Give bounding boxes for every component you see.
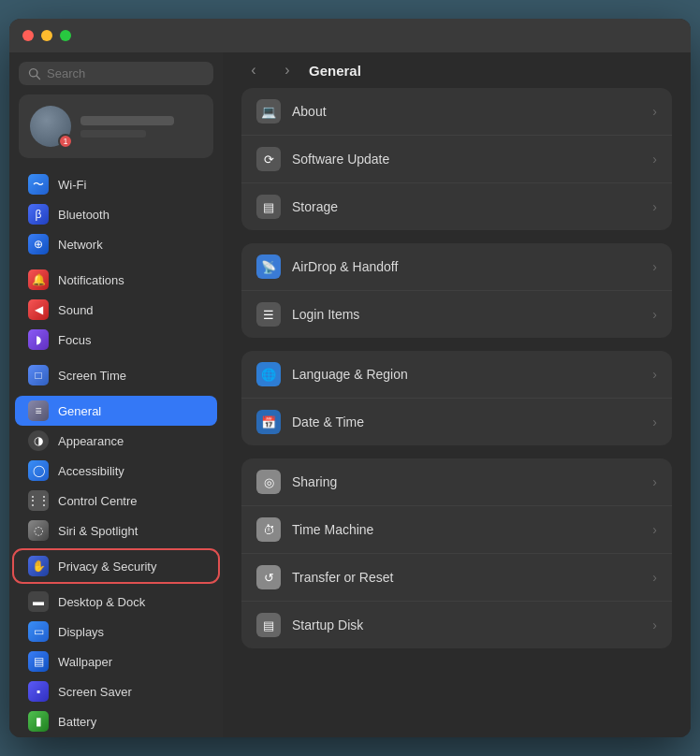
settings-group-group1: 💻About›⟳Software Update›▤Storage› [241,88,672,230]
settings-row-transfer[interactable]: ↺Transfer or Reset› [241,554,672,602]
privacysecurity-icon: ✋ [28,556,49,576]
controlcentre-icon: ⋮⋮ [28,490,49,511]
sidebar-label-controlcentre: Control Centre [58,494,138,508]
sidebar-label-notifications: Notifications [58,273,124,287]
settings-label-storage: Storage [292,199,641,214]
back-button[interactable]: ‹ [241,62,266,79]
chevron-icon-timemachine: › [652,522,657,537]
settings-row-about[interactable]: 💻About› [241,88,672,136]
settings-row-timemachine[interactable]: ⏱Time Machine› [241,506,672,554]
siri-icon: ◌ [28,520,49,541]
settings-row-startup[interactable]: ▤Startup Disk› [241,602,672,648]
window-content: 1 〜Wi-FiβBluetooth⊕Network🔔Notifications… [9,52,691,737]
chevron-icon-datetime: › [652,414,657,429]
wifi-icon: 〜 [28,174,49,195]
language-icon: 🌐 [256,362,281,386]
sidebar-label-network: Network [58,238,103,252]
settings-row-airdrop[interactable]: 📡AirDrop & Handoff› [241,243,672,291]
sidebar-label-bluetooth: Bluetooth [58,208,109,222]
minimize-button[interactable] [41,30,52,41]
screensaver-icon: ▪ [28,681,49,702]
forward-button[interactable]: › [275,62,299,79]
user-subtitle [80,130,146,138]
chevron-icon-airdrop: › [652,259,657,274]
displays-icon: ▭ [28,621,49,642]
network-icon: ⊕ [28,234,49,254]
user-card[interactable]: 1 [19,94,213,158]
datetime-icon: 📅 [256,410,281,434]
settings-label-softwareupdate: Software Update [292,152,641,167]
chevron-icon-about: › [652,104,657,119]
sidebar-item-screentime[interactable]: □Screen Time [15,360,217,390]
settings-label-startup: Startup Disk [292,618,641,632]
sidebar-item-notifications[interactable]: 🔔Notifications [15,265,217,295]
sidebar-item-screensaver[interactable]: ▪Screen Saver [15,676,217,706]
sidebar-item-bluetooth[interactable]: βBluetooth [15,199,217,229]
settings-window: 1 〜Wi-FiβBluetooth⊕Network🔔Notifications… [9,19,691,737]
screentime-icon: □ [28,365,49,385]
wallpaper-icon: ▤ [28,651,49,672]
title-bar [9,19,691,52]
sidebar-item-lockscreen[interactable]: ⊟Lock Screen [15,736,217,737]
sidebar-label-displays: Displays [58,625,104,639]
settings-row-softwareupdate[interactable]: ⟳Software Update› [241,136,672,183]
chevron-icon-startup: › [652,618,657,632]
sidebar-item-sound[interactable]: ◀Sound [15,295,217,325]
sidebar-label-general: General [58,404,101,418]
sidebar-items: 〜Wi-FiβBluetooth⊕Network🔔Notifications◀S… [9,169,223,737]
general-icon: ≡ [28,400,49,421]
settings-label-datetime: Date & Time [292,414,641,429]
close-button[interactable] [22,30,34,41]
sidebar-item-privacysecurity[interactable]: ✋Privacy & Security [15,551,217,581]
sidebar-label-accessibility: Accessibility [58,464,124,478]
sidebar-item-network[interactable]: ⊕Network [15,229,217,259]
maximize-button[interactable] [60,30,71,41]
bluetooth-icon: β [28,204,49,225]
sidebar-item-general[interactable]: ≡General [15,396,217,426]
settings-row-sharing[interactable]: ◎Sharing› [241,458,672,506]
sharing-icon: ◎ [256,470,281,494]
chevron-icon-language: › [652,367,657,382]
sidebar-label-appearance: Appearance [58,434,124,448]
settings-row-loginitems[interactable]: ☰Login Items› [241,291,672,338]
sidebar-label-screensaver: Screen Saver [58,685,132,699]
user-info [80,116,202,138]
sidebar-item-focus[interactable]: ◗Focus [15,325,217,355]
airdrop-icon: 📡 [256,254,281,279]
settings-label-loginitems: Login Items [292,307,641,322]
sidebar-item-accessibility[interactable]: ◯Accessibility [15,456,217,486]
settings-row-datetime[interactable]: 📅Date & Time› [241,399,672,445]
appearance-icon: ◑ [28,430,49,451]
notifications-icon: 🔔 [28,269,49,290]
settings-label-transfer: Transfer or Reset [292,570,641,585]
main-panel: ‹ › General 💻About›⟳Software Update›▤Sto… [223,52,691,737]
sidebar: 1 〜Wi-FiβBluetooth⊕Network🔔Notifications… [9,52,223,737]
avatar: 1 [30,106,71,147]
loginitems-icon: ☰ [256,302,281,327]
chevron-icon-storage: › [652,199,657,214]
settings-label-airdrop: AirDrop & Handoff [292,259,641,274]
sidebar-item-controlcentre[interactable]: ⋮⋮Control Centre [15,486,217,516]
sidebar-item-siri[interactable]: ◌Siri & Spotlight [15,516,217,545]
avatar-badge: 1 [58,134,73,149]
sidebar-label-sound: Sound [58,303,94,317]
search-input[interactable] [47,66,204,80]
settings-row-language[interactable]: 🌐Language & Region› [241,351,672,399]
battery-icon: ▮ [28,711,49,732]
settings-label-timemachine: Time Machine [292,522,641,537]
settings-group-group4: ◎Sharing›⏱Time Machine›↺Transfer or Rese… [241,458,672,648]
settings-row-storage[interactable]: ▤Storage› [241,183,672,230]
sidebar-item-battery[interactable]: ▮Battery [15,706,217,736]
sound-icon: ◀ [28,299,49,320]
sidebar-item-appearance[interactable]: ◑Appearance [15,426,217,456]
chevron-icon-loginitems: › [652,307,657,322]
sidebar-item-wifi[interactable]: 〜Wi-Fi [15,169,217,199]
transfer-icon: ↺ [256,565,281,589]
settings-group-group2: 📡AirDrop & Handoff›☰Login Items› [241,243,672,338]
storage-icon: ▤ [256,195,281,219]
sidebar-item-wallpaper[interactable]: ▤Wallpaper [15,647,217,676]
sidebar-item-displays[interactable]: ▭Displays [15,617,217,647]
search-box[interactable] [19,62,213,85]
sidebar-label-screentime: Screen Time [58,369,126,383]
sidebar-item-desktopdock[interactable]: ▬Desktop & Dock [15,587,217,617]
